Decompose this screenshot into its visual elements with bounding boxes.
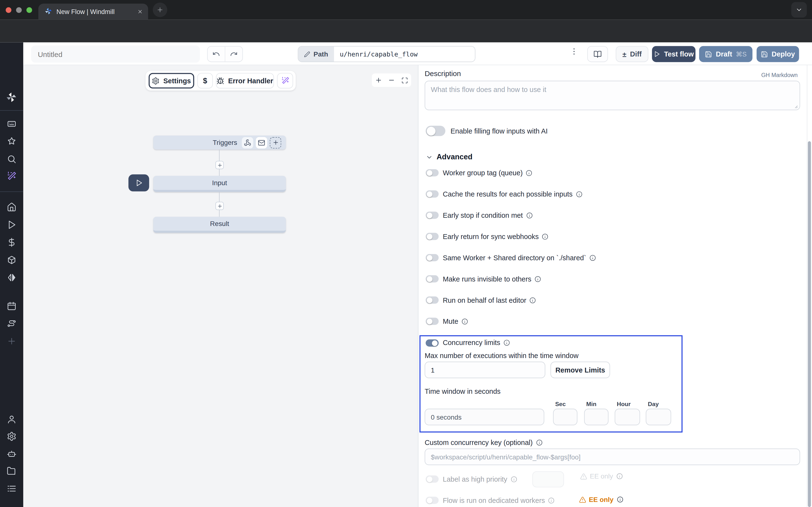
screen: New Flow | Windmill app.windmill.dev/flo… xyxy=(0,0,812,507)
custom-key-input[interactable] xyxy=(424,449,800,465)
ai-builder-wand-button[interactable] xyxy=(277,73,293,89)
canvas-zoom-controls xyxy=(372,73,411,87)
path-label[interactable]: Path xyxy=(298,47,334,62)
window-zoom-button[interactable] xyxy=(27,7,32,13)
error-handler-button[interactable]: Error Handler xyxy=(216,73,274,89)
max-executions-input[interactable] xyxy=(424,362,545,378)
info-icon[interactable] xyxy=(542,233,549,240)
settings-gear-icon[interactable] xyxy=(7,432,17,441)
favorites-star-icon[interactable] xyxy=(7,137,17,147)
result-node[interactable]: Result xyxy=(153,217,286,233)
min-input[interactable] xyxy=(584,409,609,426)
tab-search-chevron-icon[interactable] xyxy=(791,2,807,18)
variables-dollar-button[interactable]: $ xyxy=(197,73,213,89)
flow-canvas[interactable] xyxy=(23,65,418,507)
workspace-icon[interactable] xyxy=(7,119,17,129)
window-close-button[interactable] xyxy=(6,7,12,13)
redo-icon[interactable] xyxy=(225,47,242,62)
panel-scrollbar-thumb[interactable] xyxy=(808,141,811,507)
resize-handle-icon[interactable] xyxy=(793,104,798,109)
info-icon[interactable] xyxy=(461,318,468,325)
toggle-label: Mute xyxy=(443,318,458,326)
info-icon[interactable] xyxy=(536,439,543,446)
dedicated-workers-toggle[interactable] xyxy=(425,497,439,504)
cache-results-toggle[interactable] xyxy=(425,190,439,198)
tab-title: New Flow | Windmill xyxy=(57,8,132,15)
bug-icon xyxy=(217,77,224,84)
logs-icon[interactable] xyxy=(7,484,17,494)
workers-icon[interactable] xyxy=(7,449,17,459)
folders-icon[interactable] xyxy=(7,466,17,476)
description-textarea[interactable] xyxy=(424,80,800,110)
early-stop-toggle[interactable] xyxy=(425,212,439,219)
invisible-runs-toggle[interactable] xyxy=(425,275,439,282)
search-icon[interactable] xyxy=(7,154,17,164)
info-icon[interactable] xyxy=(526,212,532,219)
play-icon xyxy=(135,179,143,187)
concurrency-limits-toggle[interactable] xyxy=(425,339,439,347)
zoom-in-icon[interactable] xyxy=(375,76,382,84)
deploy-button[interactable]: Deploy xyxy=(757,46,799,62)
day-label: Day xyxy=(648,401,659,407)
window-minimize-button[interactable] xyxy=(16,7,22,13)
test-flow-button[interactable]: Test flow xyxy=(652,46,696,62)
early-return-toggle[interactable] xyxy=(425,233,439,240)
add-trigger-icon[interactable] xyxy=(270,137,281,148)
home-icon[interactable] xyxy=(7,202,17,212)
same-worker-toggle[interactable] xyxy=(425,254,439,261)
settings-button[interactable]: Settings xyxy=(149,73,194,89)
zoom-out-icon[interactable] xyxy=(388,76,395,84)
info-icon[interactable] xyxy=(590,255,596,261)
custom-key-label: Custom concurrency key (optional) xyxy=(424,439,532,446)
input-node[interactable]: Input xyxy=(153,176,286,192)
toggle-label: Same Worker + Shared directory on `./sha… xyxy=(443,254,586,262)
info-icon[interactable] xyxy=(576,191,582,198)
high-priority-toggle[interactable] xyxy=(425,475,439,483)
triggers-icon[interactable] xyxy=(7,273,17,282)
remove-limits-button[interactable]: Remove Limits xyxy=(551,362,610,378)
resources-icon[interactable] xyxy=(7,255,17,265)
run-on-behalf-toggle[interactable] xyxy=(425,296,439,304)
docs-book-button[interactable] xyxy=(587,46,608,62)
draft-button[interactable]: Draft ⌘S xyxy=(699,46,753,62)
account-icon[interactable] xyxy=(7,414,17,424)
path-input[interactable] xyxy=(334,47,475,62)
flows-icon[interactable] xyxy=(7,319,17,329)
diff-button[interactable]: ± Diff xyxy=(616,46,648,62)
info-icon[interactable] xyxy=(503,339,510,346)
info-icon[interactable] xyxy=(526,170,532,176)
insert-step-button[interactable] xyxy=(215,161,223,169)
email-trigger-icon[interactable] xyxy=(256,137,267,148)
triggers-node[interactable]: Triggers xyxy=(153,135,286,150)
undo-icon[interactable] xyxy=(208,47,225,62)
add-icon[interactable] xyxy=(7,336,17,346)
sec-input[interactable] xyxy=(553,409,577,426)
windmill-favicon xyxy=(45,7,52,16)
toggle-label: Make runs invisible to others xyxy=(443,275,531,283)
schedules-icon[interactable] xyxy=(7,301,17,311)
fit-view-icon[interactable] xyxy=(401,77,408,83)
worker-group-toggle[interactable] xyxy=(425,169,439,176)
browser-toolbar: app.windmill.dev/flows/add Work xyxy=(0,19,812,42)
book-icon xyxy=(594,50,602,58)
mute-toggle[interactable] xyxy=(425,318,439,325)
browser-tab[interactable]: New Flow | Windmill xyxy=(39,4,148,19)
ai-inputs-toggle[interactable] xyxy=(425,126,445,136)
day-input[interactable] xyxy=(646,409,671,426)
run-preview-button[interactable] xyxy=(128,174,149,191)
advanced-chevron-icon[interactable] xyxy=(425,154,433,161)
webhook-icon[interactable] xyxy=(242,137,253,148)
info-icon[interactable] xyxy=(529,297,536,304)
info-icon[interactable] xyxy=(616,496,623,503)
toolbar-kebab-icon[interactable] xyxy=(570,47,578,56)
windmill-logo[interactable] xyxy=(6,92,17,105)
new-tab-button[interactable] xyxy=(153,3,167,17)
ai-wand-icon[interactable] xyxy=(7,171,17,181)
flow-name-input[interactable] xyxy=(31,46,200,63)
runs-icon[interactable] xyxy=(7,220,17,230)
insert-step-button[interactable] xyxy=(215,202,223,210)
variables-icon[interactable] xyxy=(7,237,17,247)
tab-close-icon[interactable] xyxy=(137,9,143,14)
hour-input[interactable] xyxy=(615,409,640,426)
info-icon[interactable] xyxy=(535,276,541,282)
